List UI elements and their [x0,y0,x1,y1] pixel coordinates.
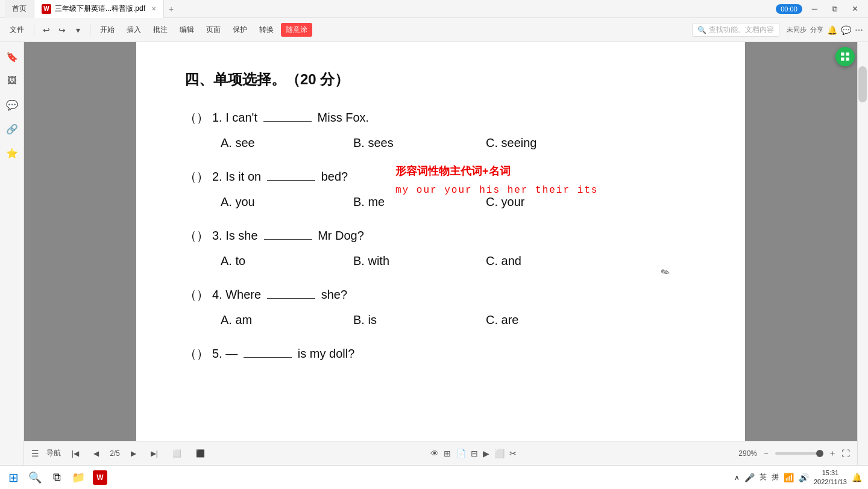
table-icon[interactable]: ⊟ [471,449,478,458]
protect-btn[interactable]: 保护 [228,23,252,37]
question-5: （ ） 5. — is my doll? [184,343,697,364]
chat-icon[interactable]: 💬 [2,95,22,114]
q4-option-c: C. are [486,309,618,331]
q1-blank [263,121,312,122]
q3-options: A. to B. with C. and [184,250,697,272]
tray-notification-icon[interactable]: 🔔 [852,473,862,482]
page-total: 5 [116,449,120,458]
clock-time: 15:31 [814,469,847,477]
green-fab-btn[interactable] [835,47,855,66]
tray-volume-icon[interactable]: 🔊 [799,473,809,482]
restore-btn[interactable]: ⧉ [827,4,842,14]
page-btn[interactable]: 页面 [201,23,225,37]
random-color-btn[interactable]: 随意涂 [281,23,312,37]
page-fit-btn[interactable]: ⬜ [169,448,185,459]
zoom-slider[interactable] [775,452,823,455]
tab-close-btn[interactable]: ✕ [151,5,156,12]
zoom-out-btn[interactable]: － [762,448,770,459]
svg-rect-0 [841,52,844,55]
redo-btn[interactable]: ↪ [55,23,69,37]
status-center: 👁 ⊞ 📄 ⊟ ▶ ⬜ ✂ [430,449,517,458]
arrow-down-btn[interactable]: ▾ [71,23,85,37]
taskbar-search-icon[interactable]: 🔍 [28,470,42,485]
annotation-box: 形容词性物主代词+名词 my our your his her their it… [395,161,598,199]
nav-label[interactable]: 导航 [46,448,61,458]
sep2 [90,24,90,36]
star-icon[interactable]: ⭐ [2,143,22,163]
prev-btn[interactable]: ◀ [90,448,102,459]
eye-icon[interactable]: 👁 [430,449,439,458]
fullscreen-btn[interactable]: ⛶ [841,449,850,458]
q3-blank [264,239,312,240]
file-group: 文件 [5,23,29,37]
scrollbar[interactable] [857,42,868,465]
tray-mic-icon[interactable]: 🎤 [744,473,755,482]
add-tab-btn[interactable]: + [164,4,178,14]
zoom-thumb[interactable] [816,450,823,457]
bell-icon[interactable]: 🔔 [827,25,837,35]
tab-home[interactable]: 首页 [5,0,34,18]
scrollbar-thumb[interactable] [858,66,867,102]
taskbar: ⊞ 🔍 ⧉ 📁 W ∧ 🎤 英 拼 📶 🔊 15:31 2022/11/13 🔔 [0,465,868,489]
bookmark-icon[interactable]: 🔖 [2,47,22,66]
sync-label: 未同步 [787,25,807,34]
undo-btn[interactable]: ↩ [39,23,54,37]
tray-wifi-icon[interactable]: 📶 [784,473,794,482]
link-icon[interactable]: 🔗 [2,119,22,139]
crop-icon[interactable]: ✂ [509,449,517,458]
section-title: 四、单项选择。（20 分） [184,66,697,92]
nav-icon[interactable]: ☰ [31,449,39,458]
next-btn[interactable]: ▶ [127,448,140,459]
q4-after: she? [318,284,347,305]
q3-after: Mr Dog? [315,225,364,246]
q2-option-a: A. you [221,191,353,213]
tab-document[interactable]: W 三年级下册英语...科普版.pdf ✕ [34,0,164,18]
tray-spell-icon: 拼 [772,472,779,482]
q4-bracket-open: （ [184,284,197,305]
close-btn[interactable]: ✕ [847,4,863,13]
q3-bracket-open: （ [184,225,197,246]
q2-bracket-close: ） [197,166,209,187]
tray-cn-icon: 英 [760,472,767,482]
next-last-btn[interactable]: ▶| [147,448,162,459]
svg-rect-2 [841,58,844,61]
file-btn[interactable]: 文件 [5,23,29,37]
search-bar[interactable]: 🔍 查找功能、文档内容 [692,23,779,37]
taskbar-taskview-icon[interactable]: ⧉ [49,470,64,485]
wps-icon: W [42,4,51,14]
q3-bracket-close: ） [197,225,209,246]
minimize-btn[interactable]: ─ [807,4,822,13]
clock[interactable]: 15:31 2022/11/13 [814,469,847,486]
expand-icon[interactable]: ⬜ [494,449,505,458]
prev-first-btn[interactable]: |◀ [68,448,83,459]
page-view-btn[interactable]: ⬛ [192,448,209,459]
q5-line: （ ） 5. — is my doll? [184,343,697,364]
grid-icon[interactable]: ⊞ [444,449,451,458]
annotate-btn[interactable]: 批注 [148,23,172,37]
zoom-level: 290% [738,449,757,458]
insert-btn[interactable]: 插入 [122,23,146,37]
edit-btn[interactable]: 编辑 [175,23,199,37]
play-icon[interactable]: ▶ [483,449,489,458]
more-icon[interactable]: ⋯ [855,25,863,35]
convert-btn[interactable]: 转换 [254,23,278,37]
image-icon[interactable]: 🖼 [2,71,22,90]
q3-line: （ ） 3. Is she Mr Dog? [184,225,697,246]
start-btn[interactable]: 开始 [95,23,119,37]
doc-icon[interactable]: 📄 [456,449,466,458]
windows-start-btn[interactable]: ⊞ [6,470,20,485]
taskbar-wps-icon[interactable]: W [93,470,107,485]
annotation-title: 形容词性物主代词+名词 [395,161,598,181]
zoom-in-btn[interactable]: ＋ [828,448,837,459]
q4-bracket-close: ） [197,284,209,305]
right-toolbar-icons: 未同步 分享 🔔 💬 ⋯ [787,25,863,35]
tray-up-icon[interactable]: ∧ [734,473,740,482]
q4-options: A. am B. is C. are [184,309,697,331]
home-tab-label: 首页 [12,4,27,14]
svg-rect-3 [846,58,849,61]
taskbar-folder-icon[interactable]: 📁 [71,470,86,485]
timer-badge: 00:00 [776,4,802,14]
q4-option-b: B. is [353,309,486,331]
question-4: （ ） 4. Where she? A. am B. is C. are [184,284,697,331]
comment-icon[interactable]: 💬 [841,25,851,35]
